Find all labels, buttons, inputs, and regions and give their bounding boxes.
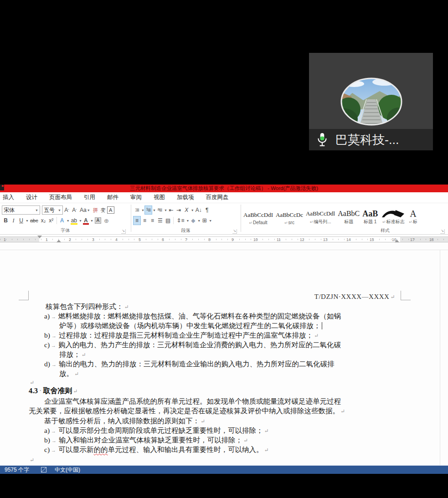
font-size-combo[interactable]: 五号▼ bbox=[42, 205, 63, 215]
text-boundary-mark bbox=[401, 300, 411, 300]
styles-dialog-launcher[interactable]: ↘ bbox=[440, 229, 445, 234]
tab-page-layout[interactable]: 页面布局 bbox=[43, 194, 78, 201]
style-item-src[interactable]: AaBbCcDc ↵src bbox=[276, 205, 303, 225]
character-scaling-icon[interactable]: 变 bbox=[99, 205, 107, 215]
asian-layout-icon[interactable]: X bbox=[183, 205, 191, 215]
hanging-indent-marker[interactable] bbox=[57, 240, 61, 242]
paragraph-dialog-launcher[interactable]: ↘ bbox=[232, 229, 237, 234]
doc-line[interactable]: 无关紧要，应根据敏感性分析确定显著性，再决定是否在碳足迹核算及评价中纳入或排除这… bbox=[29, 406, 345, 416]
tab-mark: → bbox=[51, 314, 56, 319]
tab-mailings[interactable]: 邮件 bbox=[101, 194, 124, 201]
italic-button[interactable]: I bbox=[10, 216, 17, 225]
doc-line[interactable]: d)→输出的电力、热力的排放：三元材料制造企业输出的购入电力、热力所对应的二氧化… bbox=[44, 359, 334, 369]
text-boundary-mark bbox=[401, 291, 401, 300]
paragraph-group: ∶≡▼ ¹≡▼ ᵃ≡▼ ⇤ ⇥ X▼ A↓ ¶ ≡ ≡ ≡ ☰ ▤ ⇕≡▼ bbox=[131, 203, 240, 234]
align-center-icon[interactable]: ≡ bbox=[141, 216, 149, 225]
chevron-down-icon[interactable]: ▼ bbox=[79, 219, 82, 222]
proofing-status-icon[interactable] bbox=[41, 467, 46, 472]
highlight-color-icon[interactable]: ab bbox=[70, 216, 78, 225]
grow-font-button[interactable]: Aˆ bbox=[63, 205, 71, 215]
tab-view[interactable]: 视图 bbox=[148, 194, 171, 201]
style-item-standard-logo[interactable]: ↵标准标志 bbox=[381, 205, 406, 225]
participant-tile[interactable]: 巴莫科技-... bbox=[309, 53, 433, 150]
chevron-down-icon[interactable]: ▼ bbox=[164, 209, 167, 212]
underline-button[interactable]: U bbox=[17, 216, 25, 225]
character-border-icon[interactable]: A bbox=[107, 206, 114, 214]
doc-empty-line[interactable]: ↵ bbox=[29, 455, 34, 465]
show-formatting-marks-icon[interactable]: ¶ bbox=[203, 205, 211, 215]
align-right-icon[interactable]: ≡ bbox=[149, 216, 156, 225]
first-line-indent-marker[interactable] bbox=[37, 236, 42, 238]
enclose-characters-icon[interactable]: ⊕ bbox=[103, 216, 110, 225]
justify-icon[interactable]: ☰ bbox=[156, 216, 164, 225]
spellcheck-error: 的的 bbox=[94, 446, 108, 453]
horizontal-ruler[interactable]: 1 1 2 3 4 5 6 7 8 9 10 11 12 13 14 15 16… bbox=[0, 236, 448, 243]
tab-insert[interactable]: 插入 bbox=[3, 194, 20, 201]
change-case-button[interactable]: Aa▼ bbox=[78, 205, 92, 215]
chevron-down-icon[interactable]: ▼ bbox=[67, 219, 70, 222]
multilevel-list-icon[interactable]: ᵃ≡ bbox=[156, 205, 164, 215]
chevron-down-icon[interactable]: ▼ bbox=[197, 219, 201, 222]
chevron-down-icon[interactable]: ▼ bbox=[90, 219, 93, 222]
screen-share-view: 巴莫科技-... 三元材料制造企业温室气体排放核算要求（工作组讨论稿） - Wo… bbox=[0, 0, 448, 498]
doc-line[interactable]: b)→输入和输出对企业温室气体核算缺乏重要性时，可以排除；↵ bbox=[44, 436, 248, 445]
page-header-doc-number[interactable]: T/DZJN·XXXX—XXXX↵ bbox=[314, 292, 395, 302]
document-canvas[interactable]: T/DZJN·XXXX—XXXX↵ 核算包含下列四种形式：↵ a)→燃料燃烧排放… bbox=[0, 243, 448, 465]
subscript-button[interactable]: x₂ bbox=[40, 216, 47, 225]
doc-line[interactable]: 放。↵ bbox=[59, 369, 79, 379]
doc-line[interactable]: c)→可以显示新的的单元过程、输入和输出具有重要性时，可以纳入。↵ bbox=[44, 445, 269, 455]
chevron-down-icon[interactable]: ▼ bbox=[153, 209, 156, 212]
doc-line[interactable]: 核算包含下列四种形式：↵ bbox=[46, 302, 129, 312]
distribute-icon[interactable]: ▤ bbox=[164, 216, 172, 225]
font-color-icon[interactable]: A bbox=[82, 216, 90, 225]
strikethrough-button[interactable]: abc bbox=[29, 216, 40, 225]
text-effects-icon[interactable]: A bbox=[58, 216, 66, 225]
tab-review[interactable]: 审阅 bbox=[124, 194, 148, 201]
font-group: 宋体▼ 五号▼ Aˆ Aˇ Aa▼ 拼 变 A B I U▼ abc bbox=[0, 203, 131, 234]
line-spacing-icon[interactable]: ⇕≡ bbox=[175, 216, 185, 225]
section-heading[interactable]: 4.3·取舍准则↵ bbox=[29, 386, 77, 396]
decrease-indent-icon[interactable]: ⇤ bbox=[167, 205, 175, 215]
chevron-down-icon[interactable]: ▼ bbox=[186, 219, 189, 222]
style-item-clipped[interactable]: A ↵标 bbox=[409, 205, 417, 225]
align-left-icon[interactable]: ≡ bbox=[133, 216, 141, 225]
font-dialog-launcher[interactable]: ↘ bbox=[121, 229, 126, 234]
font-name-combo[interactable]: 宋体▼ bbox=[2, 205, 40, 215]
doc-line[interactable]: b)→过程排放：过程排放是指三元材料制造企业生产制造过程中产生的温室气体排放；↵ bbox=[44, 331, 319, 340]
bullet-list-icon[interactable]: ∶≡ bbox=[133, 205, 141, 215]
style-item-numbered-list[interactable]: AaBbCcDdl ↵编号列... bbox=[306, 205, 335, 225]
tab-baidu-netdisk[interactable]: 百度网盘 bbox=[200, 194, 235, 201]
tab-references[interactable]: 引用 bbox=[78, 194, 101, 201]
right-indent-marker[interactable] bbox=[395, 240, 399, 242]
doc-line[interactable]: 基于敏感性分析后，纳入或排除数据的原则如下：↵ bbox=[44, 416, 205, 426]
word-count[interactable]: 9575 个字 bbox=[5, 466, 29, 474]
doc-line[interactable]: 炉等）或移动燃烧设备（场内机动车辆）中发生氧化燃烧过程产生的二氧化碳排放； bbox=[59, 321, 322, 330]
doc-line[interactable]: 排放；↵ bbox=[59, 350, 86, 359]
chevron-down-icon[interactable]: ▼ bbox=[191, 209, 194, 212]
tab-design[interactable]: 设计 bbox=[20, 194, 43, 201]
doc-line[interactable]: a)→可以显示部分生命周期阶段或单元过程缺乏重要性时，可以排除；↵ bbox=[44, 426, 269, 436]
doc-line[interactable]: a)→燃料燃烧排放：燃料燃烧排放包括煤、油、气等化石燃料在各种类型的固定燃烧设备… bbox=[44, 312, 341, 321]
borders-icon[interactable]: ⊞ bbox=[201, 216, 208, 225]
increase-indent-icon[interactable]: ⇥ bbox=[175, 205, 183, 215]
doc-line[interactable]: 企业温室气体核算应涵盖产品系统的所有单元过程。如发现单个物质或能量流对碳足迹单元… bbox=[44, 397, 341, 406]
shading-icon[interactable]: ◆ bbox=[189, 216, 197, 225]
phonetic-guide-icon[interactable]: 拼 bbox=[92, 205, 99, 215]
tab-add-ins[interactable]: 加载项 bbox=[171, 194, 200, 201]
sort-icon[interactable]: A↓ bbox=[194, 205, 203, 215]
shrink-font-button[interactable]: Aˇ bbox=[71, 205, 78, 215]
chevron-down-icon[interactable]: ▼ bbox=[209, 219, 212, 222]
style-item-heading1[interactable]: AaB 标题 1 bbox=[362, 205, 378, 225]
numbered-list-icon[interactable]: ¹≡ bbox=[144, 205, 152, 215]
chevron-down-icon[interactable]: ▼ bbox=[26, 219, 29, 222]
style-item-title[interactable]: AaBbC 标题 bbox=[338, 205, 360, 225]
character-shading-icon[interactable]: A bbox=[93, 216, 103, 225]
superscript-button[interactable]: x² bbox=[47, 216, 55, 225]
chevron-down-icon[interactable]: ▼ bbox=[141, 209, 144, 212]
doc-empty-line[interactable]: ↵ bbox=[29, 378, 34, 387]
style-item-default[interactable]: AaBbCcDdI ↵Default bbox=[243, 205, 273, 225]
window-title-bar[interactable]: 三元材料制造企业温室气体排放核算要求（工作组讨论稿） - Word(产品激活失败… bbox=[0, 185, 448, 192]
doc-line[interactable]: c)→购入的电力、热力产生的排放：三元材料制造企业消费的购入电力、热力所对应的二… bbox=[44, 340, 341, 350]
language-indicator[interactable]: 中文(中国) bbox=[55, 466, 80, 474]
bold-button[interactable]: B bbox=[2, 216, 10, 225]
